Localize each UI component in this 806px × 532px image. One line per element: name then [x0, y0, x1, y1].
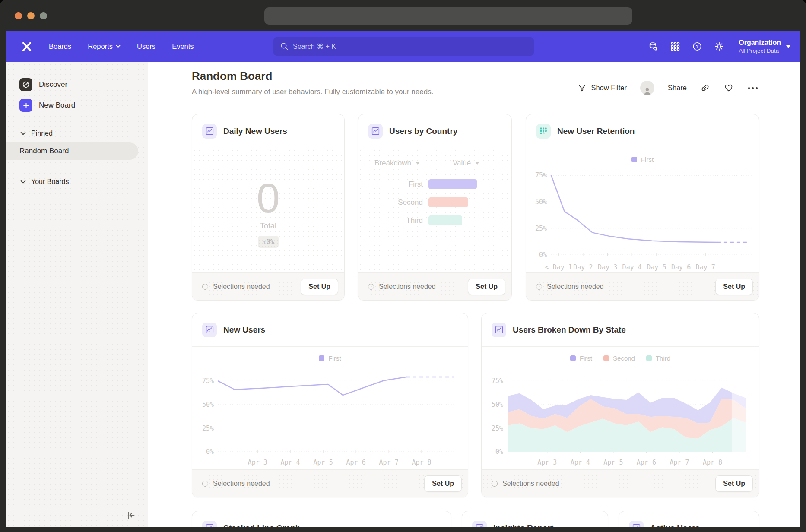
svg-text:Day 3: Day 3 — [598, 263, 617, 271]
card-title: New User Retention — [557, 127, 635, 136]
close-button[interactable] — [15, 12, 22, 19]
svg-text:0%: 0% — [539, 251, 547, 259]
org-caret-icon — [786, 45, 790, 48]
metric-caption: Total — [260, 222, 276, 231]
chevron-down-icon — [20, 132, 26, 136]
data-management-button[interactable] — [648, 41, 658, 52]
card-new-user-retention: New User Retention First 0%25%50%75%< Da… — [526, 114, 759, 301]
card-body: First Second Third 0%25%50%75%Apr 3Apr 4… — [482, 347, 759, 469]
nav-item-boards[interactable]: Boards — [49, 42, 71, 51]
help-icon: ? — [692, 41, 702, 52]
search-input[interactable]: Search ⌘ + K — [273, 37, 534, 56]
help-button[interactable]: ? — [692, 41, 702, 52]
bar-row: Second — [358, 197, 511, 207]
setup-button[interactable]: Set Up — [468, 279, 505, 295]
card-footer: Selections needed Set Up — [192, 469, 468, 497]
ellipsis-icon — [747, 86, 758, 90]
favorite-button[interactable] — [723, 83, 734, 93]
card-title: Insights Report — [493, 523, 553, 527]
card-footer: Selections needed Set Up — [482, 469, 759, 497]
svg-text:Apr 5: Apr 5 — [314, 459, 333, 466]
collapse-sidebar-button[interactable] — [126, 510, 136, 522]
svg-text:Apr 8: Apr 8 — [412, 459, 431, 466]
users-by-state-chart: 0%25%50%75%Apr 3Apr 4Apr 5Apr 6Apr 7Apr … — [482, 364, 759, 468]
card-title: Active Users — [650, 523, 700, 527]
setup-button[interactable]: Set Up — [301, 279, 338, 295]
svg-text:< Day 1: < Day 1 — [545, 263, 572, 271]
page-title: Random Board — [192, 70, 272, 83]
status-circle-icon — [202, 284, 208, 290]
org-switcher[interactable]: Organization All Project Data — [739, 38, 790, 54]
card-daily-new-users: Daily New Users 0 Total ↑0% Selections n… — [192, 114, 345, 301]
org-project: All Project Data — [739, 47, 781, 54]
sidebar-section-your-boards[interactable]: Your Boards — [20, 178, 69, 186]
svg-text:Apr 6: Apr 6 — [346, 459, 366, 466]
chart-legend: First — [526, 149, 759, 165]
setup-button[interactable]: Set Up — [715, 475, 753, 492]
zoom-button[interactable] — [40, 12, 47, 19]
mixpanel-logo[interactable] — [20, 40, 33, 53]
copy-link-button[interactable] — [700, 83, 710, 93]
card-title: Stacked Line Graph — [223, 523, 300, 527]
url-bar[interactable] — [264, 7, 632, 25]
more-button[interactable] — [747, 86, 758, 90]
settings-button[interactable] — [714, 41, 724, 52]
sidebar-item-discover[interactable]: Discover — [19, 78, 67, 91]
svg-text:25%: 25% — [202, 424, 214, 432]
avatar[interactable] — [640, 81, 654, 95]
chevron-down-icon — [116, 45, 121, 48]
gear-icon — [714, 41, 724, 52]
collapse-sidebar-icon — [126, 510, 136, 520]
board-main: Random Board A high-level summary of use… — [148, 62, 800, 527]
sidebar-item-random-board[interactable]: Random Board — [6, 142, 138, 160]
svg-text:Day 5: Day 5 — [647, 263, 666, 271]
card-header: Users Broken Down By State — [482, 313, 759, 347]
legend-swatch-first — [319, 355, 324, 361]
sidebar-item-new-board[interactable]: New Board — [19, 99, 75, 112]
sidebar-section-pinned[interactable]: Pinned — [20, 130, 53, 137]
line-chart-icon — [492, 323, 506, 337]
share-button[interactable]: Share — [668, 84, 687, 92]
svg-text:75%: 75% — [202, 377, 214, 385]
card-new-users: New Users First 0%25%50%75%Apr 3Apr 4Apr… — [192, 313, 468, 497]
line-chart-icon — [202, 124, 217, 139]
svg-text:Day 4: Day 4 — [622, 263, 642, 271]
chevron-down-icon — [20, 180, 26, 184]
minimize-button[interactable] — [27, 12, 35, 19]
database-gear-icon — [648, 41, 658, 52]
status-text: Selections needed — [202, 283, 301, 291]
svg-text:Day 7: Day 7 — [696, 263, 715, 271]
nav-item-events[interactable]: Events — [172, 42, 194, 51]
card-title: New Users — [223, 325, 265, 335]
org-labels: Organization All Project Data — [739, 38, 781, 54]
country-bar-rows: First Second Third — [358, 179, 511, 234]
chart-legend: First — [192, 347, 468, 364]
apps-grid-icon — [670, 41, 680, 51]
breakdown-dropdown[interactable]: Breakdown — [374, 159, 420, 168]
svg-text:Apr 3: Apr 3 — [248, 459, 267, 466]
bar-row: First — [358, 179, 511, 189]
caret-down-icon — [416, 162, 420, 165]
value-dropdown[interactable]: Value — [453, 159, 479, 168]
nav-item-users[interactable]: Users — [137, 42, 155, 51]
setup-button[interactable]: Set Up — [424, 475, 462, 492]
card-header: Stacked Line Graph — [192, 511, 451, 527]
svg-text:?: ? — [696, 44, 699, 49]
svg-text:50%: 50% — [535, 198, 547, 206]
content-frame: Discover New Board Pinned Random Board — [6, 62, 800, 527]
status-circle-icon — [492, 481, 498, 487]
card-body: 0 Total ↑0% — [192, 149, 344, 272]
setup-button[interactable]: Set Up — [715, 279, 753, 295]
app-window: Boards Reports Users Events Search ⌘ + K — [6, 31, 800, 527]
legend-swatch-third — [646, 355, 652, 361]
svg-text:25%: 25% — [535, 225, 547, 232]
nav-item-reports[interactable]: Reports — [88, 42, 121, 51]
card-body: Breakdown Value First — [358, 149, 511, 272]
apps-grid-button[interactable] — [670, 41, 680, 52]
show-filter-button[interactable]: Show Filter — [578, 83, 627, 92]
person-icon — [643, 86, 652, 95]
page-subtitle: A high-level summary of user behaviors. … — [192, 88, 433, 96]
nav-right-cluster: ? Organization All Project Data — [648, 31, 790, 62]
svg-text:Apr 8: Apr 8 — [703, 459, 722, 466]
card-title: Users by Country — [389, 127, 457, 136]
